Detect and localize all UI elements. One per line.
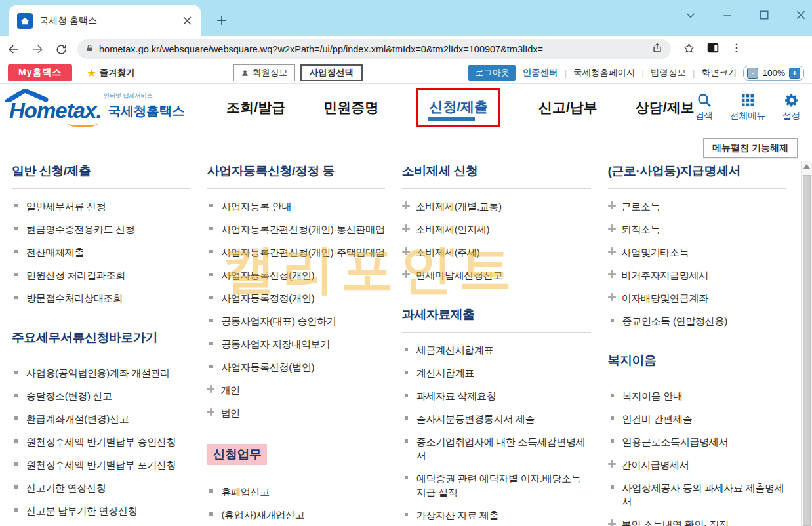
menu-link[interactable]: 민원신청 처리결과조회 [12, 264, 190, 287]
menu-link[interactable]: 세금계산서합계표 [402, 338, 591, 361]
menu-link[interactable]: (휴업자)재개업신고 [207, 503, 384, 526]
zoom-out-button[interactable]: - [747, 68, 758, 79]
chevron-down-icon[interactable] [683, 8, 698, 22]
bullet-icon [14, 250, 18, 253]
side-panel-icon[interactable] [706, 41, 720, 58]
menu-link[interactable]: 이자배당및연금계좌 [608, 287, 786, 310]
menu-link[interactable]: 본인 소득내역 확인· 정정 [608, 513, 786, 526]
menu-link[interactable]: 일반세무서류 신청 [12, 195, 190, 218]
new-tab-button[interactable] [213, 12, 230, 29]
menu-link[interactable]: 퇴직소득 [608, 218, 786, 241]
scroll-up-icon[interactable] [802, 161, 812, 172]
menu-link[interactable]: 신고분 납부기한 연장신청 [12, 499, 190, 522]
menu-link[interactable]: 계산서합계표 [402, 361, 591, 384]
menu-link[interactable]: 가상자산 자료 제출 [402, 504, 591, 526]
nav-report-payment[interactable]: 신고/납부 [538, 98, 598, 117]
member-info-button[interactable]: 회원정보 [233, 64, 295, 81]
menu-link[interactable]: 간이지급명세서 [608, 453, 786, 476]
menu-link[interactable]: 휴폐업신고 [207, 480, 384, 503]
kebab-menu-icon[interactable] [731, 42, 742, 56]
menu-link[interactable]: 원천징수세액 반기별납부 승인신청 [12, 430, 190, 453]
hometax-logo[interactable]: Hometax. 인터넷 납세서비스 국세청홈택스 [9, 92, 226, 123]
menu-link[interactable]: 종교인소득 (연말정산용) [608, 310, 786, 333]
menu-link[interactable]: 사업자등록간편신청(개인)-주택임대업 [207, 241, 384, 264]
menu-link[interactable]: 공동사업자(대표) 승인하기 [207, 310, 384, 333]
menu-link[interactable]: 출자지분등변경통지서 제출 [402, 407, 591, 430]
plus-icon [207, 385, 214, 393]
menu-link[interactable]: 법인 [207, 401, 384, 424]
menu-link[interactable]: 현금영수증전용카드 신청 [12, 218, 190, 241]
section-title: 소비제세 신청 [402, 163, 591, 180]
menu-link[interactable]: 면세미납세신청신고 [402, 264, 591, 287]
nav-inquiry-issue[interactable]: 조회/발급 [226, 98, 285, 117]
browser-tab[interactable]: 국세청 홈택스 [9, 5, 201, 36]
settings-button[interactable]: 설정 [782, 92, 800, 122]
maximize-icon[interactable] [757, 8, 771, 22]
scrollbar-thumb[interactable] [803, 175, 811, 526]
menu-link[interactable]: 사업용(공익법인용)계좌 개설관리 [12, 361, 190, 384]
bookmark-star-icon[interactable] [683, 42, 695, 57]
bullet-icon [14, 296, 18, 299]
menu-link[interactable]: 근로소득 [608, 195, 786, 218]
zoom-in-button[interactable]: + [789, 68, 800, 79]
menu-link[interactable]: 사업장제공자 등의 과세자료 제출명세서 [608, 476, 786, 513]
nts-homepage-link[interactable]: 국세청홈페이지 [573, 67, 636, 79]
forward-icon[interactable] [30, 42, 45, 56]
my-hometax-button[interactable]: My홈택스 [8, 64, 72, 81]
menu-link[interactable]: 전산매체제출 [12, 241, 190, 264]
section-title: 주요세무서류신청바로가기 [12, 329, 190, 346]
nav-civil-certificate[interactable]: 민원증명 [323, 98, 378, 117]
menu-link-label: 개인 [220, 383, 239, 397]
menu-link[interactable]: 고지분 납부기한등 연장(구.징수유예) 신청 [12, 522, 190, 526]
address-bar[interactable]: hometax.go.kr/websquare/websquare.wq?w2x… [77, 39, 671, 59]
menu-link[interactable]: 원천징수세액 반기별납부 포기신청 [12, 453, 190, 476]
section-divider [402, 332, 591, 333]
menu-link[interactable]: 소비제세(인지세) [402, 218, 591, 241]
menu-link[interactable]: 사업자등록 안내 [207, 195, 384, 218]
nav-consult-report[interactable]: 상담/제보 [636, 98, 695, 117]
menu-link[interactable]: 일용근로소득지급명세서 [608, 430, 786, 453]
menu-link-label: 공동사업자 저장내역보기 [221, 337, 330, 351]
bullet-icon [209, 227, 213, 230]
menu-link[interactable]: 사업자등록간편신청(개인)-통신판매업 [207, 218, 384, 241]
menu-link[interactable]: 중소기업취업자에 대한 소득세감면명세서 [402, 430, 591, 467]
menu-link[interactable]: 사업자등록신청(법인) [207, 355, 384, 378]
law-info-link[interactable]: 법령정보 [651, 67, 686, 79]
refresh-icon[interactable] [54, 42, 68, 56]
back-icon[interactable] [7, 42, 21, 56]
menu-link[interactable]: 공동사업자 저장내역보기 [207, 333, 384, 355]
minimize-icon[interactable] [720, 8, 735, 22]
menu-expand-toggle-button[interactable]: 메뉴펼침 기능해제 [703, 138, 798, 158]
menu-columns: 일반 신청/제출일반세무서류 신청현금영수증전용카드 신청전산매체제출민원신청 … [12, 163, 786, 526]
menu-link[interactable]: 개인 [207, 378, 384, 401]
favorites-button[interactable]: ★ 즐겨찾기 [87, 67, 134, 79]
auth-center-link[interactable]: 인증센터 [522, 67, 558, 79]
close-window-icon[interactable] [794, 8, 808, 22]
section-title: 과세자료제출 [402, 306, 591, 323]
tab-close-icon[interactable] [181, 15, 193, 27]
menu-link[interactable]: 사업자등록신청(개인) [207, 264, 384, 287]
nav-application-submit[interactable]: 신청/제출 [416, 88, 500, 127]
business-select-button[interactable]: 사업장선택 [300, 64, 363, 81]
menu-link[interactable]: 방문접수처리상태조회 [12, 287, 190, 310]
site-header: Hometax. 인터넷 납세서비스 국세청홈택스 조회/발급 민원증명 신청/… [0, 84, 812, 131]
bullet-icon [405, 371, 408, 374]
logout-button[interactable]: 로그아웃 [468, 65, 516, 81]
menu-link[interactable]: 비거주자지급명세서 [608, 264, 786, 287]
menu-link[interactable]: 예탁증권 관련 예탁자별 이자.배당소득 지급 실적 [402, 467, 591, 504]
plus-icon [608, 201, 616, 209]
menu-link[interactable]: 과세자료 삭제요청 [402, 384, 591, 407]
menu-link[interactable]: 사업자등록정정(개인) [207, 287, 384, 310]
scrollbar[interactable] [801, 161, 812, 526]
menu-link[interactable]: 송달장소(변경) 신고 [12, 384, 190, 407]
menu-link[interactable]: 소비제세(주세) [402, 241, 591, 264]
menu-link[interactable]: 사업및기타소득 [608, 241, 786, 264]
menu-link[interactable]: 소비제세(개별,교통) [402, 195, 591, 218]
share-icon[interactable] [651, 42, 663, 56]
all-menu-button[interactable]: 전체메뉴 [730, 92, 765, 122]
menu-link[interactable]: 환급계좌개설(변경)신고 [12, 407, 190, 430]
menu-link[interactable]: 신고기한 연장신청 [12, 476, 190, 499]
search-button[interactable]: 검색 [695, 92, 713, 122]
menu-link[interactable]: 인건비 간편제출 [608, 407, 786, 430]
menu-link[interactable]: 복지이음 안내 [608, 384, 786, 407]
